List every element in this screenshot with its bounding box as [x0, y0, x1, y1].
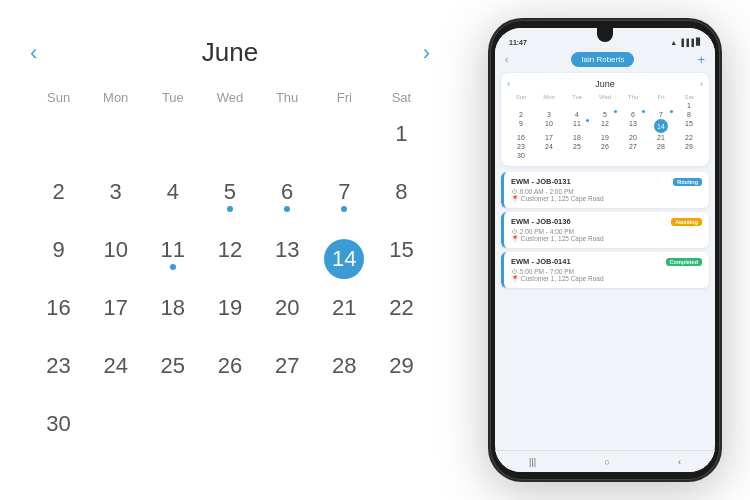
mini-prev-button[interactable]: ‹: [507, 79, 510, 89]
mini-cal-cell[interactable]: 29: [675, 142, 703, 151]
cal-day-cell[interactable]: 13: [259, 231, 316, 289]
mini-cal-cell: [619, 151, 647, 160]
cal-day-number: 27: [275, 355, 299, 377]
mini-cal-cell[interactable]: 24: [535, 142, 563, 151]
mini-cal-cell[interactable]: 18: [563, 133, 591, 142]
mini-cal-month: June: [595, 79, 615, 89]
mini-cal-cell[interactable]: 19: [591, 133, 619, 142]
mini-cal-cell[interactable]: 7: [647, 110, 675, 119]
job-status-badge: Completed: [666, 258, 702, 266]
cal-day-cell[interactable]: 11: [144, 231, 201, 289]
mini-cal-cell[interactable]: 5: [591, 110, 619, 119]
cal-day-cell[interactable]: 20: [259, 289, 316, 347]
cal-day-cell[interactable]: 8: [373, 173, 430, 231]
mini-cal-cell[interactable]: 23: [507, 142, 535, 151]
phone-bottom-menu[interactable]: |||: [529, 457, 536, 467]
cal-day-cell[interactable]: 21: [316, 289, 373, 347]
cal-day-cell[interactable]: 26: [201, 347, 258, 405]
phone-back-button[interactable]: ‹: [505, 54, 508, 65]
phone-add-button[interactable]: +: [697, 52, 705, 67]
mini-cal-header: ‹ June ›: [507, 79, 703, 89]
job-card[interactable]: EWM - JOB-0131Routing⏱ 6:00 AM - 2:00 PM…: [501, 172, 709, 208]
cal-day-number: 16: [46, 297, 70, 319]
mini-cal-cell[interactable]: 4: [563, 110, 591, 119]
cal-day-cell[interactable]: 18: [144, 289, 201, 347]
cal-day-cell[interactable]: 7: [316, 173, 373, 231]
phone-bottom-back[interactable]: ‹: [678, 457, 681, 467]
mini-cal-cell[interactable]: 11: [563, 119, 591, 133]
mini-cal-cell[interactable]: 10: [535, 119, 563, 133]
job-card[interactable]: EWM - JOB-0141Completed⏱ 5:00 PM - 7:00 …: [501, 252, 709, 288]
calendar-week-5: 30: [30, 405, 430, 463]
job-status-badge: Routing: [673, 178, 702, 186]
job-id: EWM - JOB-0136: [511, 217, 571, 226]
mini-cal-cell[interactable]: 3: [535, 110, 563, 119]
mini-cal-cell: [675, 151, 703, 160]
mini-cal-cell: [619, 101, 647, 110]
cal-day-cell[interactable]: 3: [87, 173, 144, 231]
mini-cal-cell[interactable]: 28: [647, 142, 675, 151]
phone-bottom-home[interactable]: ○: [604, 457, 609, 467]
cal-day-cell[interactable]: 30: [30, 405, 87, 463]
mini-cal-cell: [647, 151, 675, 160]
cal-day-cell: [144, 405, 201, 463]
cal-day-cell[interactable]: 19: [201, 289, 258, 347]
cal-day-cell[interactable]: 1: [373, 115, 430, 173]
mini-cal-cell[interactable]: 25: [563, 142, 591, 151]
calendar-week-0: 1: [30, 115, 430, 173]
cal-day-cell[interactable]: 22: [373, 289, 430, 347]
cal-day-cell[interactable]: 15: [373, 231, 430, 289]
mini-cal-cell[interactable]: 20: [619, 133, 647, 142]
cal-day-cell[interactable]: 25: [144, 347, 201, 405]
day-of-week-thu: Thu: [259, 86, 316, 109]
mini-next-button[interactable]: ›: [700, 79, 703, 89]
day-of-week-fri: Fri: [316, 86, 373, 109]
cal-day-number: 26: [218, 355, 242, 377]
cal-day-cell[interactable]: 5: [201, 173, 258, 231]
job-card[interactable]: EWM - JOB-0136Awaiting⏱ 2:00 PM - 4:00 P…: [501, 212, 709, 248]
cal-day-cell[interactable]: 16: [30, 289, 87, 347]
cal-day-cell[interactable]: 27: [259, 347, 316, 405]
cal-day-cell[interactable]: 4: [144, 173, 201, 231]
mini-cal-cell[interactable]: 22: [675, 133, 703, 142]
job-status-badge: Awaiting: [671, 218, 702, 226]
mini-cal-cell[interactable]: 16: [507, 133, 535, 142]
next-month-button[interactable]: ›: [423, 40, 430, 66]
mini-cal-cell[interactable]: 26: [591, 142, 619, 151]
cal-day-cell[interactable]: 9: [30, 231, 87, 289]
mini-cal-cell[interactable]: 12: [591, 119, 619, 133]
mini-cal-cell[interactable]: 27: [619, 142, 647, 151]
phone-bottom-bar: |||○‹: [495, 450, 715, 472]
mini-cal-cell[interactable]: 17: [535, 133, 563, 142]
cal-day-cell[interactable]: 10: [87, 231, 144, 289]
cal-day-cell[interactable]: 2: [30, 173, 87, 231]
job-location: 📍 Customer 1, 125 Cape Road: [511, 195, 702, 203]
mini-cal-cell[interactable]: 6: [619, 110, 647, 119]
cal-day-cell[interactable]: 29: [373, 347, 430, 405]
cal-day-cell[interactable]: 12: [201, 231, 258, 289]
mini-cal-cell[interactable]: 15: [675, 119, 703, 133]
cal-day-cell[interactable]: 28: [316, 347, 373, 405]
cal-day-number: 24: [103, 355, 127, 377]
cal-day-cell[interactable]: 6: [259, 173, 316, 231]
cal-day-cell[interactable]: 14: [316, 231, 373, 289]
mini-cal-cell[interactable]: 1: [675, 101, 703, 110]
job-location: 📍 Customer 1, 125 Cape Road: [511, 235, 702, 243]
cal-day-cell[interactable]: 23: [30, 347, 87, 405]
mini-cal-cell[interactable]: 30: [507, 151, 535, 160]
phone-app-header: ‹ Iain Roberts +: [495, 48, 715, 73]
mini-event-dot: [586, 119, 589, 122]
event-dot: [227, 206, 233, 212]
mini-cal-cell[interactable]: 9: [507, 119, 535, 133]
mini-cal-cell[interactable]: 2: [507, 110, 535, 119]
mini-dow-tue: Tue: [563, 93, 591, 101]
mini-cal-cell[interactable]: 8: [675, 110, 703, 119]
cal-day-cell[interactable]: 24: [87, 347, 144, 405]
prev-month-button[interactable]: ‹: [30, 40, 37, 66]
desktop-calendar: ‹ June › SunMonTueWedThuFriSat 123456789…: [0, 17, 460, 483]
mini-today-cell[interactable]: 14: [654, 119, 668, 133]
mini-cal-cell[interactable]: 13: [619, 119, 647, 133]
mini-cal-cell[interactable]: 21: [647, 133, 675, 142]
cal-day-cell[interactable]: 17: [87, 289, 144, 347]
cal-day-number: 2: [52, 181, 64, 203]
